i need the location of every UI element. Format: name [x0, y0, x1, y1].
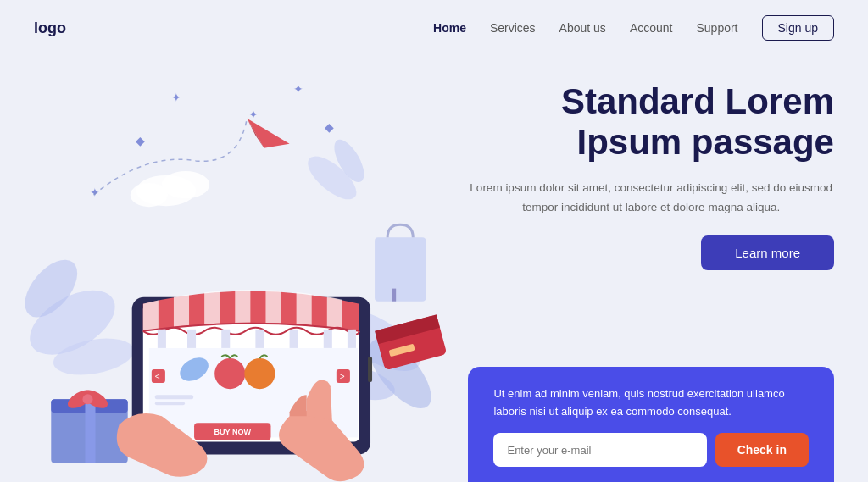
- svg-point-13: [82, 394, 92, 404]
- svg-point-19: [162, 171, 209, 198]
- nav-support[interactable]: Support: [696, 21, 737, 35]
- svg-marker-16: [247, 119, 289, 148]
- svg-point-46: [244, 358, 275, 389]
- email-input[interactable]: [493, 433, 706, 467]
- hero-section: Standard Lorem Ipsum passage Lorem ipsum…: [468, 81, 834, 270]
- svg-text:<: <: [155, 372, 160, 381]
- hero-illustration: < > BUY NOW: [0, 56, 451, 482]
- signup-button[interactable]: Sign up: [762, 15, 834, 41]
- svg-text:>: >: [340, 372, 345, 381]
- svg-point-45: [214, 358, 245, 389]
- illustration-area: ✦ ✦ ◆ ✦ ✦ ◆: [0, 56, 451, 482]
- cta-section: Ut enim ad minim veniam, quis nostrud ex…: [468, 367, 834, 482]
- email-row: Check in: [493, 433, 809, 467]
- svg-rect-39: [155, 395, 193, 399]
- checkin-button[interactable]: Check in: [715, 433, 809, 467]
- cta-description: Ut enim ad minim veniam, quis nostrud ex…: [493, 385, 809, 421]
- svg-rect-10: [85, 399, 95, 463]
- svg-point-20: [131, 183, 168, 207]
- hero-title: Standard Lorem Ipsum passage: [468, 81, 834, 163]
- nav-services[interactable]: Services: [490, 21, 536, 35]
- nav-home[interactable]: Home: [433, 21, 466, 35]
- nav-account[interactable]: Account: [630, 21, 673, 35]
- main-nav: Home Services About us Account Support S…: [433, 15, 834, 41]
- svg-rect-14: [375, 237, 426, 301]
- logo: logo: [34, 19, 66, 37]
- svg-text:BUY NOW: BUY NOW: [214, 428, 252, 436]
- hero-subtitle: Lorem ipsum dolor sit amet, consectetur …: [468, 179, 834, 218]
- right-content: Standard Lorem Ipsum passage Lorem ipsum…: [451, 56, 868, 482]
- svg-rect-40: [155, 402, 185, 405]
- svg-rect-15: [392, 289, 396, 302]
- nav-about[interactable]: About us: [559, 21, 606, 35]
- learn-more-button[interactable]: Learn more: [701, 235, 834, 270]
- svg-rect-23: [368, 357, 372, 382]
